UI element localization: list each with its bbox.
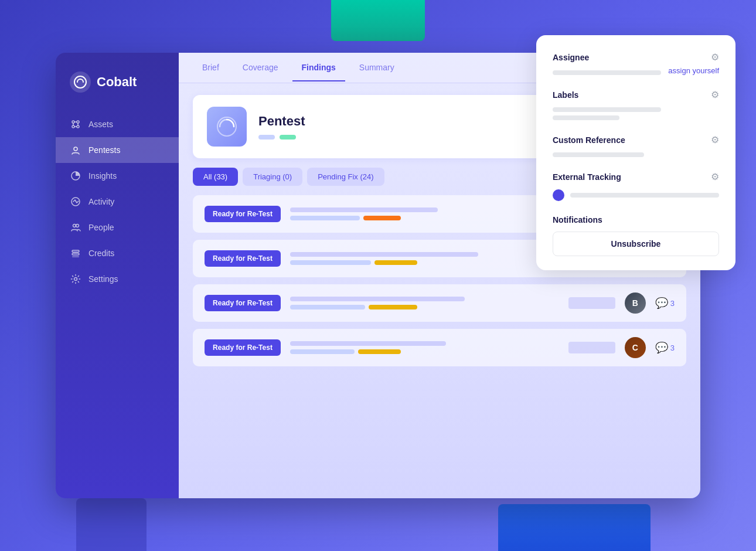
popup-labels-title: Labels: [553, 90, 578, 100]
filter-all[interactable]: All (33): [193, 168, 238, 186]
popup-custom-ref-title: Custom Reference: [553, 135, 625, 145]
gear-icon-custom-ref[interactable]: ⚙: [711, 134, 719, 145]
popup-section-notifications: Notifications Unsubscribe: [553, 215, 719, 256]
svg-point-3: [72, 125, 74, 128]
svg-rect-16: [72, 256, 79, 257]
teal-rect: [331, 0, 425, 41]
sidebar-item-people[interactable]: People: [56, 215, 179, 240]
popup-section-assignee: Assignee ⚙ assign yourself: [553, 52, 719, 75]
finding-label: [568, 297, 615, 309]
sidebar-item-credits[interactable]: Credits: [56, 240, 179, 266]
pentest-logo: [207, 107, 247, 147]
comment-count: 3: [670, 299, 675, 308]
insights-icon: [70, 170, 81, 182]
popup-assignee-header: Assignee ⚙: [553, 52, 719, 63]
pentest-tag-purple: [258, 135, 275, 140]
sidebar-label-settings: Settings: [88, 274, 118, 284]
tab-coverage[interactable]: Coverage: [233, 55, 288, 81]
finding-status-btn[interactable]: Ready for Re-Test: [205, 250, 281, 267]
avatar: C: [625, 337, 646, 358]
sidebar-item-settings[interactable]: Settings: [56, 266, 179, 292]
gear-icon-assignee[interactable]: ⚙: [711, 52, 719, 63]
sidebar-item-insights[interactable]: Insights: [56, 163, 179, 189]
gear-icon-labels[interactable]: ⚙: [711, 89, 719, 100]
filter-triaging[interactable]: Triaging (0): [243, 168, 302, 186]
finding-bar-accent: [369, 305, 417, 309]
blue-dot: [553, 189, 564, 201]
finding-bar-sub: [290, 305, 365, 309]
logo-area: Cobalt: [56, 72, 179, 111]
finding-status-btn[interactable]: Ready for Re-Test: [205, 206, 281, 222]
popup-ext-tracking-title: External Tracking: [553, 172, 621, 182]
sidebar-item-activity[interactable]: Activity: [56, 189, 179, 215]
svg-point-0: [74, 76, 86, 88]
blue-rect-bottom2: [76, 498, 147, 551]
svg-point-13: [76, 225, 79, 227]
comment-count: 3: [670, 343, 675, 352]
finding-bars: [290, 252, 559, 265]
comment-badge: 💬 3: [655, 297, 675, 309]
svg-point-4: [77, 125, 79, 128]
popup-ext-tracking-header: External Tracking ⚙: [553, 171, 719, 182]
finding-bar-sub: [290, 349, 355, 354]
unsubscribe-button[interactable]: Unsubscribe: [553, 232, 719, 256]
labels-bar2: [553, 115, 619, 120]
finding-bars: [290, 208, 559, 220]
people-icon: [70, 222, 81, 233]
tab-findings[interactable]: Findings: [292, 55, 345, 81]
logo-text: Cobalt: [97, 74, 137, 90]
sidebar-item-pentests[interactable]: Pentests: [56, 137, 179, 163]
popup-panel: Assignee ⚙ assign yourself Labels ⚙ Cust…: [536, 35, 735, 270]
sidebar-label-activity: Activity: [88, 197, 114, 206]
assign-yourself-link[interactable]: assign yourself: [668, 66, 719, 75]
sidebar-item-assets[interactable]: Assets: [56, 111, 179, 137]
filter-pending-fix[interactable]: Pending Fix (24): [307, 168, 384, 186]
finding-bar-sub: [290, 260, 371, 265]
blue-rect-bottom: [498, 504, 651, 551]
svg-rect-14: [72, 250, 79, 252]
app-container: Cobalt Assets: [56, 53, 700, 498]
tracking-bar: [570, 193, 719, 198]
svg-point-2: [77, 121, 79, 123]
popup-labels-header: Labels ⚙: [553, 89, 719, 100]
logo-icon: [70, 72, 91, 93]
svg-point-1: [72, 121, 74, 123]
finding-row: Ready for Re-Test B 💬 3: [193, 284, 686, 322]
finding-bar-main: [290, 252, 478, 257]
finding-bar-accent: [374, 260, 417, 265]
finding-bar-sub: [290, 216, 360, 220]
labels-bar: [553, 107, 661, 112]
finding-status-btn[interactable]: Ready for Re-Test: [205, 339, 281, 356]
credits-icon: [70, 247, 81, 259]
notifications-title: Notifications: [553, 215, 719, 225]
sidebar-label-insights: Insights: [88, 171, 117, 181]
sidebar-label-people: People: [88, 223, 114, 232]
tab-brief[interactable]: Brief: [193, 55, 229, 81]
pentest-tag-green: [280, 135, 296, 140]
popup-section-external-tracking: External Tracking ⚙: [553, 171, 719, 201]
finding-status-btn[interactable]: Ready for Re-Test: [205, 295, 281, 311]
sidebar-label-pentests: Pentests: [88, 145, 120, 155]
sidebar-label-assets: Assets: [88, 120, 113, 129]
assets-icon: [70, 118, 81, 130]
pentests-icon: [70, 144, 81, 156]
svg-point-17: [74, 278, 77, 281]
finding-bar-accent: [358, 349, 401, 354]
assignee-bar: [553, 70, 661, 75]
sidebar: Cobalt Assets: [56, 53, 179, 498]
tab-summary[interactable]: Summary: [350, 55, 404, 81]
comment-icon: 💬: [655, 297, 668, 309]
comment-icon: 💬: [655, 341, 668, 354]
popup-section-custom-reference: Custom Reference ⚙: [553, 134, 719, 157]
custom-ref-bar: [553, 152, 644, 157]
popup-custom-ref-header: Custom Reference ⚙: [553, 134, 719, 145]
finding-label: [568, 342, 615, 353]
finding-bar-accent: [363, 216, 401, 220]
finding-bars: [290, 341, 559, 354]
finding-bar-main: [290, 208, 438, 212]
popup-section-labels: Labels ⚙: [553, 89, 719, 120]
svg-rect-15: [72, 253, 79, 255]
finding-row: Ready for Re-Test C 💬 3: [193, 329, 686, 366]
external-tracking-row: [553, 189, 719, 201]
gear-icon-ext-tracking[interactable]: ⚙: [711, 171, 719, 182]
